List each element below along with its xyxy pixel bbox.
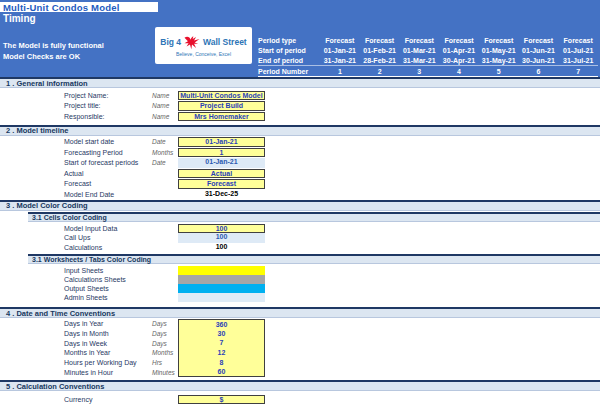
responsible-input[interactable]: Mrs Homemaker xyxy=(178,112,265,122)
minutes-in-hour-input[interactable]: 60 xyxy=(178,367,265,377)
days-in-year-label: Days in Year xyxy=(64,320,152,327)
period-start-cell: 01-May-21 xyxy=(479,47,519,54)
call-ups-label: Call Ups xyxy=(64,234,152,241)
forecast-label: Forecast xyxy=(64,180,152,187)
forecasting-period-input[interactable]: 1 xyxy=(178,148,265,158)
section-header-color-coding: 3 . Model Color Coding xyxy=(0,200,600,211)
section-header-datetime: 4 . Date and Time Conventions xyxy=(0,307,600,318)
period-type-cell: Forecast xyxy=(558,37,598,44)
admin-sheets-label: Admin Sheets xyxy=(64,294,152,301)
period-number-cell: 3 xyxy=(399,68,439,75)
period-type-cell: Forecast xyxy=(320,37,360,44)
section-header-calc-conventions: 5 . Calculation Conventions xyxy=(0,380,600,391)
forecasting-period-label: Forecasting Period xyxy=(64,149,152,156)
period-end-cell: 30-Apr-21 xyxy=(439,57,479,64)
table-row: Call Ups 100 xyxy=(0,233,600,243)
days-in-year-unit: Days xyxy=(152,320,178,327)
period-start-label: Start of period xyxy=(258,47,320,54)
logo-brand-right: Wall Street xyxy=(203,37,247,47)
section-header-timeline: 2 . Model timeline xyxy=(0,125,600,136)
days-in-week-label: Days in Week xyxy=(64,340,152,347)
period-number-cell: 7 xyxy=(558,68,598,75)
output-sheets-color-swatch xyxy=(178,284,265,293)
table-row: Input Sheets xyxy=(0,266,600,275)
project-title-input[interactable]: Project Build xyxy=(178,101,265,111)
model-status-line2: Model Checks are OK xyxy=(3,51,104,62)
period-type-label: Period type xyxy=(258,37,320,44)
period-end-row: End of period 31-Jan-21 28-Feb-21 31-Mar… xyxy=(258,55,598,65)
period-end-cell: 31-Jul-21 xyxy=(558,57,598,64)
model-end-date-value: 31-Dec-25 xyxy=(178,190,265,200)
days-in-year-input[interactable]: 360 xyxy=(178,319,265,329)
days-in-week-input[interactable]: 7 xyxy=(178,338,265,348)
responsible-unit: Name xyxy=(152,113,178,120)
project-name-unit: Name xyxy=(152,92,178,99)
period-type-cell: Forecast xyxy=(479,37,519,44)
table-row: Model Input Data 100 xyxy=(0,224,600,234)
company-logo: Big 4 Wall Street Believe, Conceive, Exc… xyxy=(155,27,252,64)
calculations-label: Calculations xyxy=(64,244,152,251)
model-input-data-cell[interactable]: 100 xyxy=(178,224,265,234)
model-start-date-unit: Date xyxy=(152,138,178,145)
eagle-icon xyxy=(183,35,201,50)
actual-input[interactable]: Actual xyxy=(178,169,265,179)
calculations-sheets-label: Calculations Sheets xyxy=(64,276,152,283)
project-name-label: Project Name: xyxy=(64,92,152,99)
input-sheets-color-swatch xyxy=(178,266,265,275)
hours-per-working-day-label: Hours per Working Day xyxy=(64,359,152,366)
model-start-date-label: Model start date xyxy=(64,138,152,145)
table-row: Model End Date 31-Dec-25 xyxy=(0,189,600,200)
model-end-date-label: Model End Date xyxy=(64,191,152,198)
period-type-cell: Forecast xyxy=(360,37,400,44)
workbook-title: Multi-Unit Condos Model xyxy=(3,2,119,13)
sheet-body: 1 . General information Project Name: Na… xyxy=(0,77,600,405)
workbook-title-cell: Multi-Unit Condos Model xyxy=(0,2,158,12)
project-title-label: Project title: xyxy=(64,102,152,109)
model-status: The Model is fully functional Model Chec… xyxy=(3,40,104,62)
table-row: Currency $ xyxy=(0,394,600,405)
table-row: Admin Sheets xyxy=(0,293,600,302)
period-number-row: Period Number 1 2 3 4 5 6 7 xyxy=(258,65,598,77)
model-status-line1: The Model is fully functional xyxy=(3,40,104,51)
model-start-date-input[interactable]: 01-Jan-21 xyxy=(178,137,265,147)
period-type-row: Period type Forecast Forecast Forecast F… xyxy=(258,35,598,45)
call-ups-cell: 100 xyxy=(178,233,265,243)
forecast-start-label: Start of forecast periods xyxy=(64,159,152,166)
forecast-input[interactable]: Forecast xyxy=(178,179,265,189)
period-start-cell: 01-Mar-21 xyxy=(399,47,439,54)
project-name-input[interactable]: Multi-Unit Condos Model xyxy=(178,91,265,101)
table-row: Project title: Name Project Build xyxy=(0,101,600,112)
period-number-cell: 5 xyxy=(479,68,519,75)
months-in-year-label: Months in Year xyxy=(64,349,152,356)
logo-brand-row: Big 4 Wall Street xyxy=(160,35,246,50)
days-in-month-input[interactable]: 30 xyxy=(178,329,265,339)
period-type-cell: Forecast xyxy=(399,37,439,44)
subsection-header-cells-color: 3.1 Cells Color Coding xyxy=(28,212,600,222)
period-number-cell: 4 xyxy=(439,68,479,75)
period-end-cell: 31-Jan-21 xyxy=(320,57,360,64)
period-number-label: Period Number xyxy=(258,68,320,75)
months-in-year-unit: Months xyxy=(152,349,178,356)
months-in-year-input[interactable]: 12 xyxy=(178,348,265,358)
period-start-cell: 01-Jul-21 xyxy=(558,47,598,54)
table-row: Forecast Forecast xyxy=(0,179,600,190)
hours-per-working-day-unit: Hrs xyxy=(152,359,178,366)
period-start-cell: 01-Jun-21 xyxy=(519,47,559,54)
period-end-cell: 31-May-21 xyxy=(479,57,519,64)
days-in-month-label: Days in Month xyxy=(64,330,152,337)
period-end-cell: 31-Mar-21 xyxy=(399,57,439,64)
project-title-unit: Name xyxy=(152,102,178,109)
period-start-cell: 01-Apr-21 xyxy=(439,47,479,54)
forecast-start-unit: Date xyxy=(152,159,178,166)
period-start-cell: 01-Feb-21 xyxy=(360,47,400,54)
logo-brand-left: Big 4 xyxy=(160,37,181,47)
table-row: Calculations Sheets xyxy=(0,275,600,284)
calculations-cell: 100 xyxy=(178,243,265,253)
table-row: Calculations 100 xyxy=(0,243,600,253)
table-row: Responsible: Name Mrs Homemaker xyxy=(0,111,600,122)
actual-label: Actual xyxy=(64,170,152,177)
hours-per-working-day-input[interactable]: 8 xyxy=(178,358,265,368)
currency-input[interactable]: $ xyxy=(178,395,265,405)
period-number-cell: 6 xyxy=(519,68,559,75)
table-row: Days in Month Days 30 xyxy=(0,329,600,339)
